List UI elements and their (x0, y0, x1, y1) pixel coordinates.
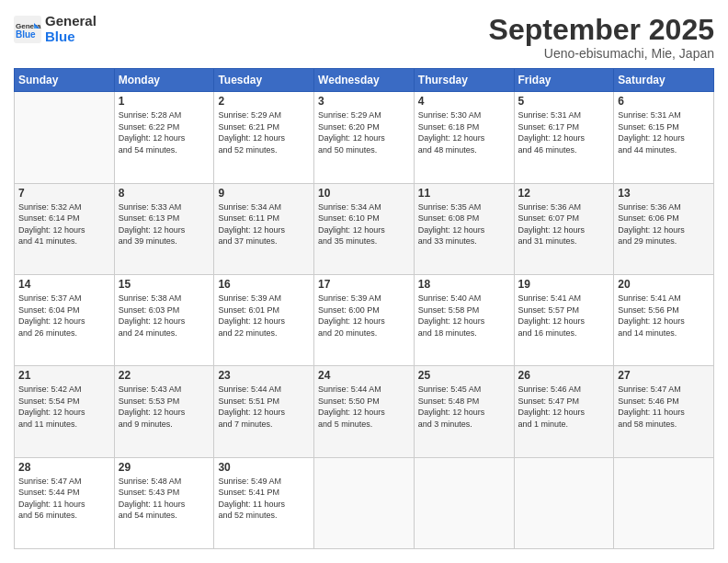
calendar-empty-cell (614, 457, 714, 548)
col-header-sunday: Sunday (15, 69, 115, 92)
calendar-day-14: 14Sunrise: 5:37 AM Sunset: 6:04 PM Dayli… (15, 274, 115, 365)
day-info: Sunrise: 5:36 AM Sunset: 6:07 PM Dayligh… (518, 201, 610, 247)
calendar-day-3: 3Sunrise: 5:29 AM Sunset: 6:20 PM Daylig… (314, 92, 415, 183)
day-number: 5 (518, 95, 610, 108)
day-number: 27 (618, 369, 710, 382)
day-number: 20 (618, 278, 710, 291)
calendar-day-9: 9Sunrise: 5:34 AM Sunset: 6:11 PM Daylig… (214, 183, 314, 274)
day-number: 29 (119, 461, 210, 474)
calendar-day-29: 29Sunrise: 5:48 AM Sunset: 5:43 PM Dayli… (114, 457, 214, 548)
day-info: Sunrise: 5:47 AM Sunset: 5:44 PM Dayligh… (18, 476, 110, 522)
day-info: Sunrise: 5:45 AM Sunset: 5:48 PM Dayligh… (418, 384, 510, 430)
day-number: 1 (119, 95, 210, 108)
day-info: Sunrise: 5:29 AM Sunset: 6:20 PM Dayligh… (318, 109, 410, 155)
calendar-day-5: 5Sunrise: 5:31 AM Sunset: 6:17 PM Daylig… (514, 92, 614, 183)
calendar-day-1: 1Sunrise: 5:28 AM Sunset: 6:22 PM Daylig… (114, 92, 214, 183)
day-info: Sunrise: 5:28 AM Sunset: 6:22 PM Dayligh… (119, 109, 210, 155)
svg-text:Blue: Blue (16, 29, 36, 40)
day-number: 26 (518, 369, 610, 382)
col-header-saturday: Saturday (614, 69, 714, 92)
calendar-day-6: 6Sunrise: 5:31 AM Sunset: 6:15 PM Daylig… (614, 92, 714, 183)
logo: General Blue General Blue (14, 14, 97, 44)
location-subtitle: Ueno-ebisumachi, Mie, Japan (489, 46, 714, 61)
calendar-day-23: 23Sunrise: 5:44 AM Sunset: 5:51 PM Dayli… (214, 366, 314, 457)
page: General Blue General Blue September 2025… (0, 0, 728, 563)
day-number: 10 (318, 187, 410, 200)
calendar-day-26: 26Sunrise: 5:46 AM Sunset: 5:47 PM Dayli… (514, 366, 614, 457)
day-number: 17 (318, 278, 410, 291)
calendar-week-row: 1Sunrise: 5:28 AM Sunset: 6:22 PM Daylig… (15, 92, 714, 183)
day-info: Sunrise: 5:31 AM Sunset: 6:15 PM Dayligh… (618, 109, 710, 155)
day-number: 23 (218, 369, 310, 382)
col-header-monday: Monday (114, 69, 214, 92)
calendar-week-row: 28Sunrise: 5:47 AM Sunset: 5:44 PM Dayli… (15, 457, 714, 548)
logo-text: General Blue (45, 14, 97, 44)
day-info: Sunrise: 5:39 AM Sunset: 6:00 PM Dayligh… (318, 293, 410, 339)
month-title: September 2025 (489, 14, 714, 46)
day-number: 3 (318, 95, 410, 108)
calendar-day-18: 18Sunrise: 5:40 AM Sunset: 5:58 PM Dayli… (414, 274, 514, 365)
day-number: 24 (318, 369, 410, 382)
day-number: 4 (418, 95, 510, 108)
title-block: September 2025 Ueno-ebisumachi, Mie, Jap… (489, 14, 714, 61)
day-info: Sunrise: 5:37 AM Sunset: 6:04 PM Dayligh… (18, 293, 110, 339)
calendar-empty-cell (15, 92, 115, 183)
day-info: Sunrise: 5:34 AM Sunset: 6:10 PM Dayligh… (318, 201, 410, 247)
day-info: Sunrise: 5:43 AM Sunset: 5:53 PM Dayligh… (119, 384, 210, 430)
day-number: 19 (518, 278, 610, 291)
day-number: 2 (218, 95, 310, 108)
calendar-empty-cell (414, 457, 514, 548)
day-number: 25 (418, 369, 510, 382)
calendar-day-25: 25Sunrise: 5:45 AM Sunset: 5:48 PM Dayli… (414, 366, 514, 457)
calendar-day-15: 15Sunrise: 5:38 AM Sunset: 6:03 PM Dayli… (114, 274, 214, 365)
day-info: Sunrise: 5:36 AM Sunset: 6:06 PM Dayligh… (618, 201, 710, 247)
day-info: Sunrise: 5:35 AM Sunset: 6:08 PM Dayligh… (418, 201, 510, 247)
calendar-day-22: 22Sunrise: 5:43 AM Sunset: 5:53 PM Dayli… (114, 366, 214, 457)
calendar-week-row: 21Sunrise: 5:42 AM Sunset: 5:54 PM Dayli… (15, 366, 714, 457)
day-info: Sunrise: 5:44 AM Sunset: 5:50 PM Dayligh… (318, 384, 410, 430)
day-number: 8 (119, 187, 210, 200)
day-number: 6 (618, 95, 710, 108)
day-info: Sunrise: 5:47 AM Sunset: 5:46 PM Dayligh… (618, 384, 710, 430)
day-info: Sunrise: 5:39 AM Sunset: 6:01 PM Dayligh… (218, 293, 310, 339)
col-header-thursday: Thursday (414, 69, 514, 92)
day-info: Sunrise: 5:38 AM Sunset: 6:03 PM Dayligh… (119, 293, 210, 339)
day-number: 11 (418, 187, 510, 200)
calendar-day-11: 11Sunrise: 5:35 AM Sunset: 6:08 PM Dayli… (414, 183, 514, 274)
calendar-day-24: 24Sunrise: 5:44 AM Sunset: 5:50 PM Dayli… (314, 366, 415, 457)
logo-icon: General Blue (14, 16, 41, 43)
day-number: 22 (119, 369, 210, 382)
calendar-day-17: 17Sunrise: 5:39 AM Sunset: 6:00 PM Dayli… (314, 274, 415, 365)
day-info: Sunrise: 5:46 AM Sunset: 5:47 PM Dayligh… (518, 384, 610, 430)
calendar-week-row: 7Sunrise: 5:32 AM Sunset: 6:14 PM Daylig… (15, 183, 714, 274)
day-info: Sunrise: 5:40 AM Sunset: 5:58 PM Dayligh… (418, 293, 510, 339)
day-info: Sunrise: 5:41 AM Sunset: 5:56 PM Dayligh… (618, 293, 710, 339)
day-number: 14 (18, 278, 110, 291)
day-number: 12 (518, 187, 610, 200)
calendar-day-2: 2Sunrise: 5:29 AM Sunset: 6:21 PM Daylig… (214, 92, 314, 183)
calendar-day-30: 30Sunrise: 5:49 AM Sunset: 5:41 PM Dayli… (214, 457, 314, 548)
col-header-wednesday: Wednesday (314, 69, 415, 92)
calendar-day-21: 21Sunrise: 5:42 AM Sunset: 5:54 PM Dayli… (15, 366, 115, 457)
calendar-table: SundayMondayTuesdayWednesdayThursdayFrid… (14, 68, 714, 549)
day-info: Sunrise: 5:31 AM Sunset: 6:17 PM Dayligh… (518, 109, 610, 155)
calendar-day-28: 28Sunrise: 5:47 AM Sunset: 5:44 PM Dayli… (15, 457, 115, 548)
day-number: 7 (18, 187, 110, 200)
day-number: 21 (18, 369, 110, 382)
col-header-friday: Friday (514, 69, 614, 92)
calendar-header-row: SundayMondayTuesdayWednesdayThursdayFrid… (15, 69, 714, 92)
calendar-day-13: 13Sunrise: 5:36 AM Sunset: 6:06 PM Dayli… (614, 183, 714, 274)
calendar-day-10: 10Sunrise: 5:34 AM Sunset: 6:10 PM Dayli… (314, 183, 415, 274)
day-info: Sunrise: 5:29 AM Sunset: 6:21 PM Dayligh… (218, 109, 310, 155)
day-info: Sunrise: 5:30 AM Sunset: 6:18 PM Dayligh… (418, 109, 510, 155)
day-info: Sunrise: 5:41 AM Sunset: 5:57 PM Dayligh… (518, 293, 610, 339)
calendar-day-4: 4Sunrise: 5:30 AM Sunset: 6:18 PM Daylig… (414, 92, 514, 183)
day-info: Sunrise: 5:33 AM Sunset: 6:13 PM Dayligh… (119, 201, 210, 247)
calendar-day-8: 8Sunrise: 5:33 AM Sunset: 6:13 PM Daylig… (114, 183, 214, 274)
day-number: 9 (218, 187, 310, 200)
day-number: 30 (218, 461, 310, 474)
calendar-day-19: 19Sunrise: 5:41 AM Sunset: 5:57 PM Dayli… (514, 274, 614, 365)
calendar-empty-cell (314, 457, 415, 548)
day-info: Sunrise: 5:32 AM Sunset: 6:14 PM Dayligh… (18, 201, 110, 247)
day-info: Sunrise: 5:34 AM Sunset: 6:11 PM Dayligh… (218, 201, 310, 247)
